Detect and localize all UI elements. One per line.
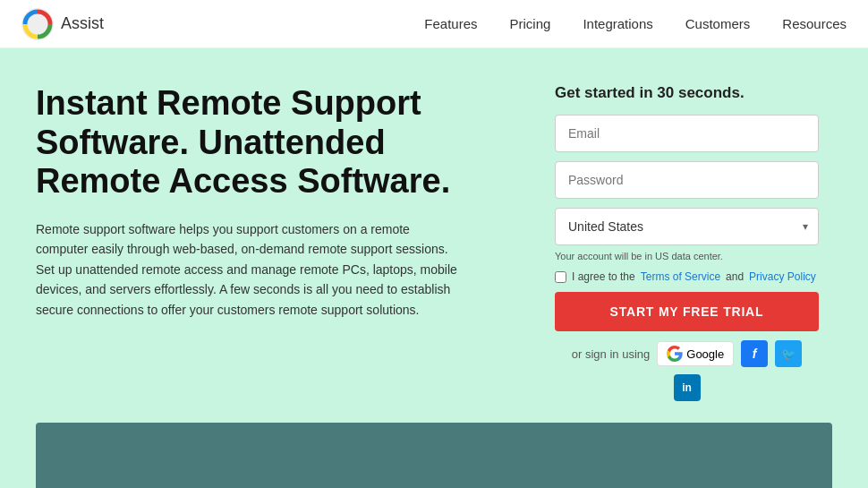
main-content: Instant Remote Support Software. Unatten…: [0, 48, 868, 401]
privacy-policy-link[interactable]: Privacy Policy: [749, 270, 816, 283]
country-select-wrapper: United States United Kingdom Canada Aust…: [555, 208, 819, 245]
nav-integrations[interactable]: Integrations: [583, 16, 652, 31]
nav-pricing[interactable]: Pricing: [510, 16, 551, 31]
social-signin-row: or sign in using Google f: [555, 340, 819, 401]
and-text: and: [726, 270, 744, 283]
twitter-icon: 🐦: [781, 347, 796, 361]
email-field[interactable]: [555, 115, 819, 152]
google-icon: [667, 346, 683, 362]
linkedin-icon: in: [682, 381, 692, 394]
logo-text: Assist: [61, 14, 104, 33]
hero-description: Remote support software helps you suppor…: [36, 219, 465, 320]
terms-checkbox[interactable]: [555, 271, 566, 283]
left-column: Instant Remote Support Software. Unatten…: [36, 84, 501, 401]
start-trial-button[interactable]: START MY FREE TRIAL: [555, 292, 819, 331]
signup-form-panel: Get started in 30 seconds. United States…: [555, 84, 819, 401]
hero-headline: Instant Remote Support Software. Unatten…: [36, 84, 501, 201]
header: Assist Features Pricing Integrations Cus…: [0, 0, 868, 48]
password-field[interactable]: [555, 161, 819, 199]
nav-resources[interactable]: Resources: [782, 16, 847, 31]
social-signin-text: or sign in using: [572, 347, 650, 361]
google-signin-button[interactable]: Google: [657, 341, 734, 366]
form-card: United States United Kingdom Canada Aust…: [555, 115, 819, 401]
data-center-note: Your account will be in US data center.: [555, 251, 819, 261]
logo-area: Assist: [21, 8, 104, 40]
terms-text: I agree to the: [572, 270, 635, 283]
facebook-signin-button[interactable]: f: [741, 340, 768, 367]
terms-of-service-link[interactable]: Terms of Service: [641, 270, 720, 283]
country-select[interactable]: United States United Kingdom Canada Aust…: [555, 208, 819, 245]
google-label: Google: [686, 347, 724, 361]
linkedin-signin-button[interactable]: in: [674, 374, 701, 401]
app-logo-icon: [21, 8, 54, 40]
form-title: Get started in 30 seconds.: [555, 84, 819, 102]
nav-features[interactable]: Features: [424, 16, 477, 31]
bottom-teaser: [36, 423, 832, 488]
twitter-signin-button[interactable]: 🐦: [775, 340, 802, 367]
main-nav: Features Pricing Integrations Customers …: [424, 16, 847, 31]
nav-customers[interactable]: Customers: [685, 16, 751, 31]
facebook-icon: f: [753, 347, 757, 361]
terms-row: I agree to the Terms of Service and Priv…: [555, 270, 819, 283]
